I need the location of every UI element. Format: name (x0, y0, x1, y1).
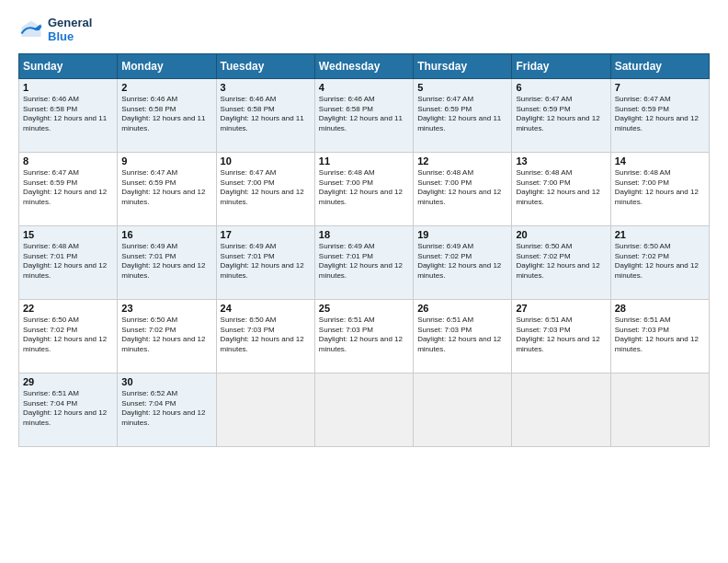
calendar-cell: 9Sunrise: 6:47 AM Sunset: 6:59 PM Daylig… (118, 152, 216, 225)
calendar-cell: 23Sunrise: 6:50 AM Sunset: 7:02 PM Dayli… (118, 299, 216, 373)
day-number: 3 (221, 82, 311, 93)
day-info: Sunrise: 6:46 AM Sunset: 6:58 PM Dayligh… (23, 95, 113, 134)
calendar-header-row: SundayMondayTuesdayWednesdayThursdayFrid… (19, 53, 710, 78)
day-number: 15 (23, 229, 113, 240)
calendar-cell (314, 373, 413, 446)
day-number: 7 (615, 82, 705, 93)
calendar-cell: 7Sunrise: 6:47 AM Sunset: 6:59 PM Daylig… (610, 78, 709, 152)
calendar-cell: 20Sunrise: 6:50 AM Sunset: 7:02 PM Dayli… (512, 225, 610, 299)
day-info: Sunrise: 6:49 AM Sunset: 7:02 PM Dayligh… (417, 242, 507, 282)
day-number: 22 (23, 303, 113, 314)
day-number: 12 (417, 155, 507, 167)
calendar-cell: 26Sunrise: 6:51 AM Sunset: 7:03 PM Dayli… (414, 299, 512, 373)
calendar-cell: 17Sunrise: 6:49 AM Sunset: 7:01 PM Dayli… (216, 225, 314, 299)
calendar-cell: 8Sunrise: 6:47 AM Sunset: 6:59 PM Daylig… (19, 152, 118, 225)
calendar-table: SundayMondayTuesdayWednesdayThursdayFrid… (18, 53, 710, 447)
calendar-cell (512, 373, 610, 446)
day-info: Sunrise: 6:50 AM Sunset: 7:02 PM Dayligh… (121, 316, 211, 355)
day-number: 5 (417, 82, 507, 93)
day-number: 18 (319, 229, 409, 240)
col-header-sunday: Sunday (19, 53, 118, 78)
day-number: 19 (417, 229, 507, 240)
day-number: 29 (23, 376, 113, 387)
day-info: Sunrise: 6:49 AM Sunset: 7:01 PM Dayligh… (221, 242, 311, 282)
day-info: Sunrise: 6:51 AM Sunset: 7:03 PM Dayligh… (319, 316, 409, 355)
day-number: 4 (319, 82, 409, 93)
col-header-wednesday: Wednesday (314, 53, 413, 78)
day-number: 9 (121, 155, 211, 167)
day-number: 25 (319, 303, 409, 314)
col-header-saturday: Saturday (610, 53, 709, 78)
calendar-cell (610, 373, 709, 446)
day-number: 8 (23, 155, 113, 167)
calendar-body: 1Sunrise: 6:46 AM Sunset: 6:58 PM Daylig… (19, 78, 710, 446)
day-number: 28 (615, 303, 705, 314)
day-info: Sunrise: 6:51 AM Sunset: 7:04 PM Dayligh… (23, 389, 113, 429)
day-info: Sunrise: 6:48 AM Sunset: 7:00 PM Dayligh… (615, 168, 705, 208)
calendar-cell: 3Sunrise: 6:46 AM Sunset: 6:58 PM Daylig… (216, 78, 314, 152)
week-row-2: 8Sunrise: 6:47 AM Sunset: 6:59 PM Daylig… (19, 152, 710, 225)
calendar-cell: 5Sunrise: 6:47 AM Sunset: 6:59 PM Daylig… (414, 78, 512, 152)
day-number: 13 (516, 155, 606, 167)
week-row-3: 15Sunrise: 6:48 AM Sunset: 7:01 PM Dayli… (19, 225, 710, 299)
day-info: Sunrise: 6:48 AM Sunset: 7:00 PM Dayligh… (319, 168, 409, 208)
day-info: Sunrise: 6:47 AM Sunset: 6:59 PM Dayligh… (417, 95, 507, 134)
day-info: Sunrise: 6:47 AM Sunset: 6:59 PM Dayligh… (23, 168, 113, 208)
calendar-cell: 18Sunrise: 6:49 AM Sunset: 7:01 PM Dayli… (314, 225, 413, 299)
day-number: 2 (121, 82, 211, 93)
calendar-cell: 21Sunrise: 6:50 AM Sunset: 7:02 PM Dayli… (610, 225, 709, 299)
calendar-cell (216, 373, 314, 446)
day-number: 27 (516, 303, 606, 314)
day-number: 14 (615, 155, 705, 167)
day-info: Sunrise: 6:50 AM Sunset: 7:03 PM Dayligh… (221, 316, 311, 355)
day-number: 17 (221, 229, 311, 240)
col-header-monday: Monday (118, 53, 216, 78)
day-info: Sunrise: 6:46 AM Sunset: 6:58 PM Dayligh… (221, 95, 311, 134)
calendar-cell: 25Sunrise: 6:51 AM Sunset: 7:03 PM Dayli… (314, 299, 413, 373)
day-info: Sunrise: 6:46 AM Sunset: 6:58 PM Dayligh… (319, 95, 409, 134)
logo: General Blue (18, 17, 92, 44)
day-info: Sunrise: 6:50 AM Sunset: 7:02 PM Dayligh… (516, 242, 606, 282)
day-number: 26 (417, 303, 507, 314)
page-header: General Blue (18, 17, 710, 44)
calendar-cell: 28Sunrise: 6:51 AM Sunset: 7:03 PM Dayli… (610, 299, 709, 373)
day-number: 21 (615, 229, 705, 240)
day-number: 20 (516, 229, 606, 240)
day-info: Sunrise: 6:50 AM Sunset: 7:02 PM Dayligh… (615, 242, 705, 282)
calendar-cell: 19Sunrise: 6:49 AM Sunset: 7:02 PM Dayli… (414, 225, 512, 299)
col-header-thursday: Thursday (414, 53, 512, 78)
calendar-cell: 13Sunrise: 6:48 AM Sunset: 7:00 PM Dayli… (512, 152, 610, 225)
week-row-1: 1Sunrise: 6:46 AM Sunset: 6:58 PM Daylig… (19, 78, 710, 152)
day-info: Sunrise: 6:47 AM Sunset: 7:00 PM Dayligh… (221, 168, 311, 208)
day-info: Sunrise: 6:50 AM Sunset: 7:02 PM Dayligh… (23, 316, 113, 355)
day-info: Sunrise: 6:51 AM Sunset: 7:03 PM Dayligh… (417, 316, 507, 355)
logo-text: General Blue (48, 17, 92, 44)
day-number: 16 (121, 229, 211, 240)
day-number: 30 (121, 376, 211, 387)
week-row-4: 22Sunrise: 6:50 AM Sunset: 7:02 PM Dayli… (19, 299, 710, 373)
calendar-cell: 14Sunrise: 6:48 AM Sunset: 7:00 PM Dayli… (610, 152, 709, 225)
calendar-cell: 11Sunrise: 6:48 AM Sunset: 7:00 PM Dayli… (314, 152, 413, 225)
calendar-cell (414, 373, 512, 446)
day-number: 6 (516, 82, 606, 93)
col-header-friday: Friday (512, 53, 610, 78)
calendar-cell: 1Sunrise: 6:46 AM Sunset: 6:58 PM Daylig… (19, 78, 118, 152)
day-info: Sunrise: 6:49 AM Sunset: 7:01 PM Dayligh… (319, 242, 409, 282)
calendar-cell: 12Sunrise: 6:48 AM Sunset: 7:00 PM Dayli… (414, 152, 512, 225)
calendar-cell: 16Sunrise: 6:49 AM Sunset: 7:01 PM Dayli… (118, 225, 216, 299)
col-header-tuesday: Tuesday (216, 53, 314, 78)
day-info: Sunrise: 6:47 AM Sunset: 6:59 PM Dayligh… (615, 95, 705, 134)
day-info: Sunrise: 6:48 AM Sunset: 7:00 PM Dayligh… (417, 168, 507, 208)
calendar-cell: 30Sunrise: 6:52 AM Sunset: 7:04 PM Dayli… (118, 373, 216, 446)
logo-icon (18, 17, 44, 43)
calendar-cell: 2Sunrise: 6:46 AM Sunset: 6:58 PM Daylig… (118, 78, 216, 152)
day-number: 10 (221, 155, 311, 167)
day-info: Sunrise: 6:48 AM Sunset: 7:01 PM Dayligh… (23, 242, 113, 282)
day-number: 24 (221, 303, 311, 314)
day-info: Sunrise: 6:47 AM Sunset: 6:59 PM Dayligh… (516, 95, 606, 134)
calendar-cell: 29Sunrise: 6:51 AM Sunset: 7:04 PM Dayli… (19, 373, 118, 446)
day-info: Sunrise: 6:51 AM Sunset: 7:03 PM Dayligh… (615, 316, 705, 355)
day-info: Sunrise: 6:47 AM Sunset: 6:59 PM Dayligh… (121, 168, 211, 208)
calendar-cell: 22Sunrise: 6:50 AM Sunset: 7:02 PM Dayli… (19, 299, 118, 373)
calendar-cell: 4Sunrise: 6:46 AM Sunset: 6:58 PM Daylig… (314, 78, 413, 152)
